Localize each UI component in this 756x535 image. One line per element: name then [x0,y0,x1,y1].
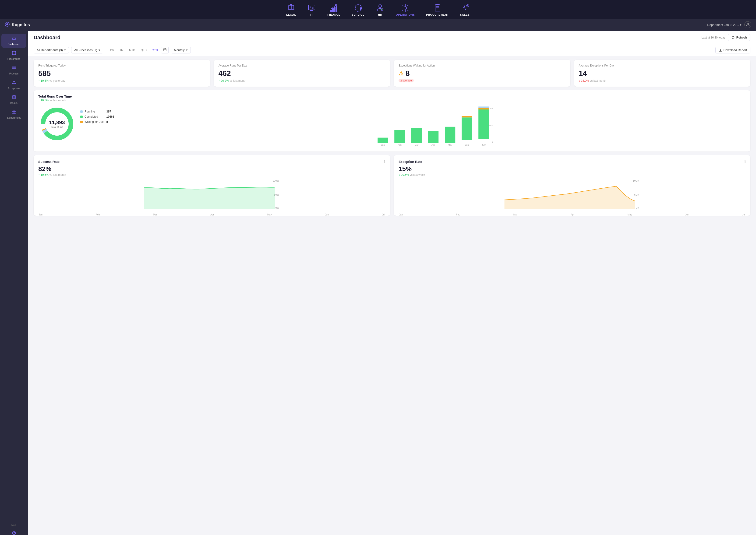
legend-waiting-label: Waiting for User [84,120,104,124]
metric-avg-runs-change: ↑ 20.2% vs last month [218,79,386,82]
sidebar-item-dashboard[interactable]: Dashboard [1,34,26,48]
sidebar-item-process[interactable]: Process [1,63,26,77]
refresh-button[interactable]: Refresh [728,34,750,41]
sidebar-books-label: Books [10,101,17,104]
nav-service-label: SERVICE [352,13,364,16]
time-1w[interactable]: 1W [107,47,116,53]
svg-rect-47 [163,48,166,51]
charts-section: Total Runs Over Time ↑ 10.5% vs last mon… [28,90,756,219]
sr-y-100: 100% [273,179,279,182]
svg-point-30 [747,23,749,25]
er-x-feb: Feb [456,213,460,216]
sidebar-item-books[interactable]: Books [1,93,26,107]
process-filter-label: All Processes (7) [74,48,97,52]
nav-finance[interactable]: FINANCE [327,4,340,16]
nav-operations[interactable]: OPERATIONS [396,4,415,16]
bar-july-orange [479,108,489,109]
home-icon [12,36,16,42]
overdue-badge: 2 overdue [398,78,566,82]
sidebar-item-playground[interactable]: Playground [1,48,26,63]
metric-exceptions-waiting: Exceptions Waiting for Action ⚠ 8 2 over… [394,60,570,87]
chart-legend: Running 397 Completed 10663 Waiting for … [80,105,118,124]
legend-completed-label: Completed [84,115,98,118]
nav-legal[interactable]: LEGAL [286,4,296,16]
sr-x-jul: Jul [382,213,385,216]
metric-avg-runs-value: 462 [218,69,386,78]
playground-icon [12,51,16,56]
top-navigation: LEGAL IT FINANC [0,0,756,19]
download-report-button[interactable]: Download Report [715,47,750,53]
metric-avg-exc-value: 14 [579,69,746,78]
nav-procurement[interactable]: PROCUREMENT [426,4,449,16]
info-icon-success[interactable]: ℹ [384,159,386,164]
y-label-0: 0 [492,141,493,143]
nav-it[interactable]: IT [307,4,316,16]
exception-rate-value: 15% [398,165,746,173]
svg-rect-15 [336,6,337,12]
nav-hr[interactable]: HR [376,4,385,16]
time-mtd[interactable]: MTD [127,47,137,53]
calendar-button[interactable] [161,47,169,53]
bottom-charts-row: Success Rate ℹ 82% ↑ 10.5% vs last month [34,155,750,216]
svg-point-16 [357,11,358,12]
bar-jun-orange [462,116,472,117]
nav-sales[interactable]: SALES [460,4,470,16]
process-filter[interactable]: All Processes (7) ▾ [71,47,103,53]
sidebar-item-support[interactable]: Support [1,528,26,535]
svg-rect-39 [13,96,14,99]
metric-exceptions-value: ⚠ 8 [398,69,566,78]
monthly-selector[interactable]: Monthly ▾ [171,47,191,53]
legend-running-label: Running [84,110,95,113]
sr-area [144,187,275,209]
exception-rate-x-labels: Jan Feb Mar Apr May Jun Jul [398,213,746,216]
metric-runs-today-change: ↑ 10.5% vs yesterday [38,79,205,82]
total-runs-chart-body: 11,893 Total Runs Running 397 [38,105,746,147]
donut-total-value: 11,893 [49,120,65,126]
label-mar: Mar [415,144,419,146]
up-arrow-icon: ↑ [38,79,40,82]
info-icon-exception[interactable]: ℹ [744,159,746,164]
svg-point-8 [312,7,314,9]
er-x-may: May [627,213,632,216]
nav-finance-label: FINANCE [327,13,340,16]
sr-x-jun: Jun [325,213,329,216]
bar-july-blue [479,106,489,108]
department-selector[interactable]: Department Jan18 20... ▾ [707,23,741,27]
svg-rect-24 [436,4,439,5]
legend-running-dot [80,110,83,113]
sidebar-dashboard-label: Dashboard [8,43,20,45]
sr-x-may: May [267,213,272,216]
dashboard-header: Dashboard Last at 10:30 today Refresh [28,31,756,44]
er-x-jun: Jun [685,213,689,216]
total-runs-title: Total Runs Over Time [38,95,746,98]
legend-running-count: 397 [106,110,118,113]
metrics-row: Runs Triggered Today 585 ↑ 10.5% vs yest… [28,56,756,90]
time-filter-group: 1W 1M MTD QTD YTD [107,47,169,53]
er-y-100: 100% [633,179,639,182]
label-july: July [482,144,486,146]
svg-rect-7 [309,11,314,11]
sidebar-item-department[interactable]: Department [1,107,26,121]
down-arrow-icon: ↓ [579,79,580,82]
user-avatar[interactable] [744,21,751,28]
process-icon [12,65,16,71]
sidebar-main-label: Main [12,523,16,527]
total-runs-chart-card: Total Runs Over Time ↑ 10.5% vs last mon… [34,90,750,152]
bar-apr [428,131,438,143]
legend-waiting-count: 8 [106,120,118,124]
time-ytd[interactable]: YTD [150,47,160,53]
bar-jun-green [462,117,472,140]
metric-avg-exc-change: ↓ 35.0% vs last month [579,79,746,82]
svg-point-38 [14,83,14,84]
department-filter[interactable]: All Departments (3) ▾ [34,47,69,53]
svg-rect-20 [435,5,440,11]
books-icon [12,95,16,100]
sidebar-item-exceptions[interactable]: Exceptions [1,78,26,92]
refresh-icon [732,36,735,39]
time-qtd[interactable]: QTD [138,47,149,53]
nav-service[interactable]: SERVICE [352,4,364,16]
main-content: Dashboard Last at 10:30 today Refresh Al… [28,31,756,535]
time-1m[interactable]: 1M [117,47,126,53]
svg-rect-44 [14,112,16,114]
er-area [505,186,635,209]
